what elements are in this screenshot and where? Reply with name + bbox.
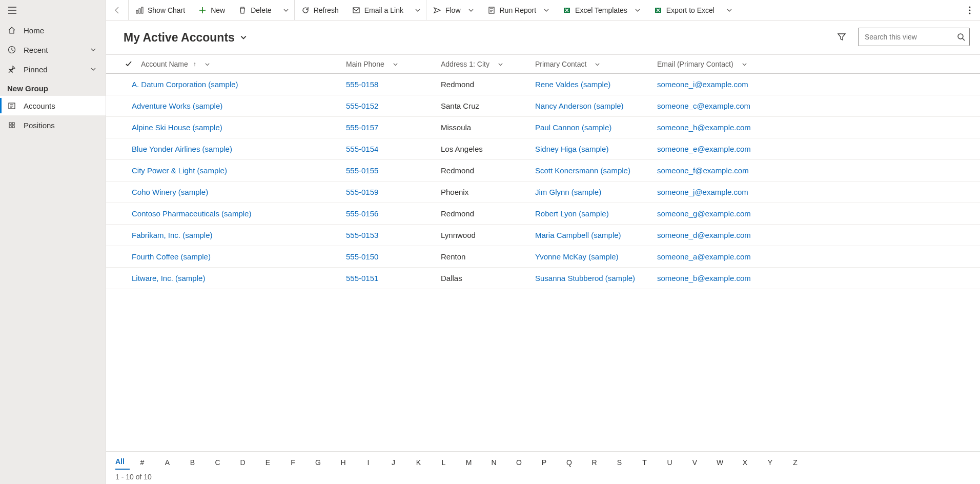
account-name-link[interactable]: A. Datum Corporation (sample) xyxy=(132,80,238,89)
phone-link[interactable]: 555-0154 xyxy=(346,145,378,153)
alpha-filter-#[interactable]: # xyxy=(130,458,155,470)
phone-link[interactable]: 555-0159 xyxy=(346,188,378,196)
alpha-filter-t[interactable]: T xyxy=(632,458,657,470)
phone-link[interactable]: 555-0153 xyxy=(346,231,378,239)
email-link[interactable]: someone_d@example.com xyxy=(657,231,751,239)
phone-link[interactable]: 555-0150 xyxy=(346,252,378,261)
table-row[interactable]: Alpine Ski House (sample)555-0157Missoul… xyxy=(106,117,980,138)
delete-split-button[interactable] xyxy=(278,0,295,21)
sidebar-item-home[interactable]: Home xyxy=(0,21,106,40)
email-link[interactable]: someone_f@example.com xyxy=(657,166,749,175)
account-name-link[interactable]: City Power & Light (sample) xyxy=(132,166,227,175)
select-all-checkbox[interactable] xyxy=(116,60,141,68)
account-name-link[interactable]: Coho Winery (sample) xyxy=(132,188,208,196)
column-header-account-name[interactable]: Account Name ↑ xyxy=(141,60,346,68)
contact-link[interactable]: Rene Valdes (sample) xyxy=(535,80,610,89)
email-link-split-button[interactable] xyxy=(410,0,426,21)
table-row[interactable]: Fabrikam, Inc. (sample)555-0153LynnwoodM… xyxy=(106,225,980,246)
account-name-link[interactable]: Alpine Ski House (sample) xyxy=(132,123,222,132)
contact-link[interactable]: Susanna Stubberod (sample) xyxy=(535,274,635,283)
search-box[interactable] xyxy=(858,28,970,46)
email-link-button[interactable]: Email a Link xyxy=(345,0,410,21)
alpha-filter-u[interactable]: U xyxy=(657,458,682,470)
column-header-main-phone[interactable]: Main Phone xyxy=(346,60,441,68)
alpha-filter-e[interactable]: E xyxy=(255,458,280,470)
contact-link[interactable]: Scott Konersmann (sample) xyxy=(535,166,630,175)
alpha-filter-s[interactable]: S xyxy=(607,458,632,470)
email-link[interactable]: someone_j@example.com xyxy=(657,188,748,196)
alpha-filter-r[interactable]: R xyxy=(582,458,607,470)
alpha-filter-l[interactable]: L xyxy=(431,458,456,470)
contact-link[interactable]: Maria Campbell (sample) xyxy=(535,231,621,239)
phone-link[interactable]: 555-0155 xyxy=(346,166,378,175)
sidebar-item-recent[interactable]: Recent xyxy=(0,40,106,59)
table-row[interactable]: Fourth Coffee (sample)555-0150RentonYvon… xyxy=(106,246,980,268)
table-row[interactable]: City Power & Light (sample)555-0155Redmo… xyxy=(106,160,980,182)
table-row[interactable]: Contoso Pharmaceuticals (sample)555-0156… xyxy=(106,203,980,225)
sidebar-item-positions[interactable]: Positions xyxy=(0,115,106,135)
alpha-filter-n[interactable]: N xyxy=(481,458,506,470)
alpha-filter-q[interactable]: Q xyxy=(557,458,582,470)
phone-link[interactable]: 555-0151 xyxy=(346,274,378,283)
table-row[interactable]: Coho Winery (sample)555-0159PhoenixJim G… xyxy=(106,182,980,203)
alpha-filter-c[interactable]: C xyxy=(205,458,230,470)
column-header-city[interactable]: Address 1: City xyxy=(441,60,535,68)
alpha-filter-i[interactable]: I xyxy=(356,458,381,470)
hamburger-button[interactable] xyxy=(0,0,25,21)
account-name-link[interactable]: Fabrikam, Inc. (sample) xyxy=(132,231,213,239)
show-chart-button[interactable]: Show Chart xyxy=(129,0,192,21)
filter-button[interactable] xyxy=(832,28,851,46)
contact-link[interactable]: Robert Lyon (sample) xyxy=(535,209,609,218)
export-excel-button[interactable]: Export to Excel xyxy=(647,0,721,21)
email-link[interactable]: someone_g@example.com xyxy=(657,209,751,218)
table-row[interactable]: A. Datum Corporation (sample)555-0158Red… xyxy=(106,74,980,95)
flow-button[interactable]: Flow xyxy=(426,0,481,21)
column-header-email[interactable]: Email (Primary Contact) xyxy=(657,60,862,68)
sidebar-item-pinned[interactable]: Pinned xyxy=(0,59,106,79)
account-name-link[interactable]: Contoso Pharmaceuticals (sample) xyxy=(132,209,251,218)
email-link[interactable]: someone_i@example.com xyxy=(657,80,748,89)
sidebar-item-accounts[interactable]: Accounts xyxy=(0,96,106,115)
alpha-filter-a[interactable]: A xyxy=(155,458,180,470)
alpha-filter-p[interactable]: P xyxy=(532,458,557,470)
table-row[interactable]: Adventure Works (sample)555-0152Santa Cr… xyxy=(106,95,980,117)
search-input[interactable] xyxy=(865,33,957,41)
refresh-button[interactable]: Refresh xyxy=(295,0,345,21)
alpha-filter-d[interactable]: D xyxy=(230,458,255,470)
alpha-filter-b[interactable]: B xyxy=(180,458,205,470)
table-row[interactable]: Blue Yonder Airlines (sample)555-0154Los… xyxy=(106,138,980,160)
more-commands-button[interactable] xyxy=(959,0,980,21)
alpha-filter-f[interactable]: F xyxy=(280,458,305,470)
column-header-primary-contact[interactable]: Primary Contact xyxy=(535,60,657,68)
alpha-filter-j[interactable]: J xyxy=(381,458,406,470)
contact-link[interactable]: Jim Glynn (sample) xyxy=(535,188,601,196)
email-link[interactable]: someone_c@example.com xyxy=(657,102,750,110)
contact-link[interactable]: Yvonne McKay (sample) xyxy=(535,252,619,261)
new-button[interactable]: New xyxy=(192,0,232,21)
view-selector[interactable]: My Active Accounts xyxy=(124,31,247,45)
phone-link[interactable]: 555-0152 xyxy=(346,102,378,110)
back-button[interactable] xyxy=(106,0,129,21)
phone-link[interactable]: 555-0158 xyxy=(346,80,378,89)
table-row[interactable]: Litware, Inc. (sample)555-0151DallasSusa… xyxy=(106,268,980,289)
phone-link[interactable]: 555-0157 xyxy=(346,123,378,132)
contact-link[interactable]: Nancy Anderson (sample) xyxy=(535,102,624,110)
alpha-filter-z[interactable]: Z xyxy=(783,458,808,470)
account-name-link[interactable]: Litware, Inc. (sample) xyxy=(132,274,205,283)
alpha-filter-o[interactable]: O xyxy=(506,458,532,470)
email-link[interactable]: someone_h@example.com xyxy=(657,123,751,132)
email-link[interactable]: someone_b@example.com xyxy=(657,274,751,283)
account-name-link[interactable]: Adventure Works (sample) xyxy=(132,102,222,110)
alpha-filter-k[interactable]: K xyxy=(406,458,431,470)
grid-body[interactable]: A. Datum Corporation (sample)555-0158Red… xyxy=(106,74,980,451)
email-link[interactable]: someone_a@example.com xyxy=(657,252,751,261)
phone-link[interactable]: 555-0156 xyxy=(346,209,378,218)
alpha-filter-h[interactable]: H xyxy=(331,458,356,470)
alpha-filter-m[interactable]: M xyxy=(456,458,481,470)
delete-button[interactable]: Delete xyxy=(232,0,278,21)
alpha-filter-g[interactable]: G xyxy=(305,458,331,470)
excel-templates-button[interactable]: Excel Templates xyxy=(556,0,647,21)
alpha-filter-w[interactable]: W xyxy=(707,458,732,470)
alpha-filter-x[interactable]: X xyxy=(732,458,758,470)
email-link[interactable]: someone_e@example.com xyxy=(657,145,751,153)
